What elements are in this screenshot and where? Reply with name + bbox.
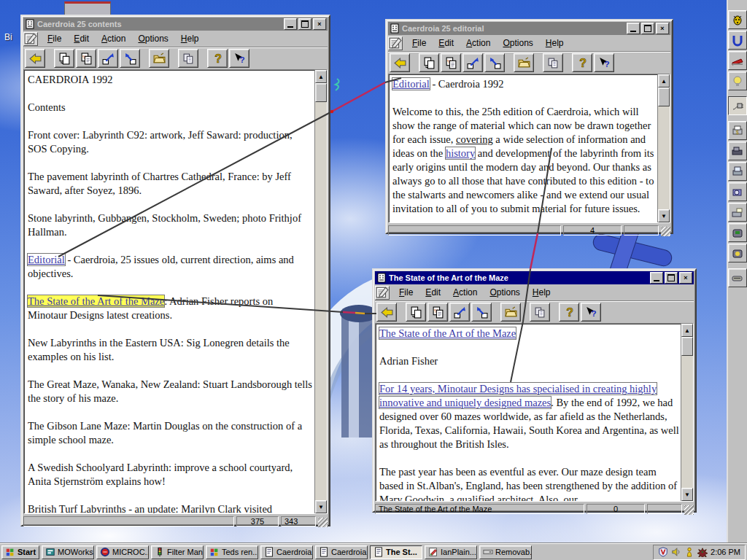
launcher-phone-face-button[interactable]: [728, 244, 747, 262]
open-folder-button[interactable]: [500, 303, 521, 322]
scroll-up-button[interactable]: ▲: [315, 70, 327, 83]
copy-button[interactable]: [178, 49, 198, 68]
document-icon[interactable]: [376, 273, 387, 283]
launcher-fax-button[interactable]: [728, 141, 747, 160]
menu-options[interactable]: Options: [498, 36, 538, 50]
help-button[interactable]: ?: [207, 49, 228, 68]
link-out-button[interactable]: [462, 53, 483, 72]
document-icon[interactable]: [25, 19, 35, 29]
scroll-thumb[interactable]: [658, 88, 670, 106]
volume-icon[interactable]: [671, 547, 681, 557]
menu-action[interactable]: Action: [96, 32, 131, 45]
replace-page-button[interactable]: %: [427, 303, 448, 322]
title-bar[interactable]: The State of the Art of the Maze×: [375, 271, 694, 284]
notepad-icon[interactable]: [23, 32, 38, 46]
copy-button[interactable]: [543, 53, 563, 72]
launcher-print-money-button[interactable]: $: [728, 121, 747, 140]
taskbar-button-the-st-[interactable]: The St...: [370, 545, 422, 559]
scroll-up-button[interactable]: ▲: [658, 74, 670, 88]
taskbar-button-ianplain-[interactable]: IanPlain...: [425, 545, 477, 559]
menu-file[interactable]: File: [407, 36, 432, 50]
maximize-button[interactable]: [665, 272, 678, 284]
agent-icon[interactable]: [684, 547, 694, 557]
scheduler-icon[interactable]: [697, 547, 708, 557]
menu-action[interactable]: Action: [461, 36, 496, 50]
notepad-icon[interactable]: [375, 286, 390, 300]
taskbar-button-caerdroia-[interactable]: Caerdroia...: [260, 545, 313, 559]
menu-edit[interactable]: Edit: [69, 32, 95, 45]
link-in-button[interactable]: [484, 53, 505, 72]
launcher-plug-button[interactable]: [728, 96, 747, 115]
scroll-down-button[interactable]: ▼: [681, 488, 693, 501]
taskbar-button-teds-ren-[interactable]: Teds ren...: [206, 545, 258, 559]
hyperlink[interactable]: history: [446, 147, 475, 159]
link-out-button[interactable]: [449, 303, 470, 322]
context-help-button[interactable]: ?: [229, 49, 249, 68]
desktop-icon-label[interactable]: Bi: [4, 32, 12, 42]
help-button[interactable]: ?: [572, 53, 592, 72]
close-button[interactable]: ×: [313, 18, 326, 30]
open-folder-button[interactable]: [514, 53, 534, 72]
launcher-printer-button[interactable]: [728, 162, 747, 181]
launcher-bug-button[interactable]: [728, 10, 747, 29]
launcher-stapler-button[interactable]: [728, 51, 747, 70]
menu-help[interactable]: Help: [541, 36, 570, 50]
launcher-coil-button[interactable]: [728, 31, 747, 50]
taskbar-button-microc-[interactable]: MICROC...: [96, 545, 149, 559]
menu-help[interactable]: Help: [527, 286, 557, 299]
copy-page-button[interactable]: [419, 53, 439, 72]
taskbar-button-moworks[interactable]: MOWorks: [42, 545, 94, 559]
link-out-button[interactable]: [98, 49, 118, 68]
menu-action[interactable]: Action: [448, 286, 483, 299]
scroll-thumb[interactable]: [681, 337, 693, 356]
close-button[interactable]: ×: [679, 272, 692, 284]
document-text[interactable]: Editorial - Caerdroia 1992Welcome to thi…: [389, 74, 657, 222]
taskbar-button-caerdroia-[interactable]: Caerdroia...: [315, 545, 368, 559]
context-help-button[interactable]: ?: [594, 53, 614, 72]
scroll-track[interactable]: [315, 83, 327, 500]
scroll-track[interactable]: [681, 337, 693, 488]
minimize-button[interactable]: [284, 18, 297, 30]
link-in-button[interactable]: [471, 303, 492, 322]
launcher-scanner-button[interactable]: [728, 268, 747, 287]
link-in-button[interactable]: [120, 49, 140, 68]
help-button[interactable]: ?: [559, 303, 579, 322]
launcher-camera-button[interactable]: [728, 182, 747, 201]
vshield-icon[interactable]: [658, 547, 668, 557]
context-help-button[interactable]: ?: [581, 303, 601, 322]
hyperlink[interactable]: The State of the Art of the Maze: [379, 327, 516, 339]
hyperlink[interactable]: Editorial: [28, 254, 65, 265]
scroll-thumb[interactable]: [315, 83, 327, 102]
scroll-up-button[interactable]: ▲: [681, 324, 693, 337]
menu-file[interactable]: File: [394, 286, 419, 299]
replace-page-button[interactable]: %: [76, 49, 96, 68]
close-button[interactable]: ×: [656, 23, 669, 34]
launcher-card-drive-button[interactable]: [728, 203, 747, 222]
copy-page-button[interactable]: [54, 49, 74, 68]
resize-grip[interactable]: [318, 518, 328, 527]
start-button[interactable]: Start: [1, 545, 39, 559]
scroll-track[interactable]: [658, 88, 670, 209]
exit-button[interactable]: [376, 303, 397, 322]
title-bar[interactable]: Caerdroia 25 contents×: [23, 18, 328, 31]
scroll-down-button[interactable]: ▼: [315, 500, 327, 513]
hyperlink[interactable]: Editorial: [392, 78, 430, 90]
taskbar-button-removab-[interactable]: Removab...: [479, 545, 532, 559]
notepad-icon[interactable]: [388, 36, 403, 50]
vertical-scrollbar[interactable]: ▲▼: [314, 70, 327, 513]
open-folder-button[interactable]: [149, 49, 169, 68]
taskbar-button-filter-man-[interactable]: Filter Man...: [151, 545, 204, 559]
menu-file[interactable]: File: [42, 32, 67, 45]
document-text[interactable]: The State of the Art of the MazeAdrian F…: [376, 324, 681, 501]
document-icon[interactable]: [390, 23, 400, 34]
launcher-lightbulb-button[interactable]: [728, 71, 747, 90]
menu-options[interactable]: Options: [133, 32, 174, 45]
replace-page-button[interactable]: %: [441, 53, 461, 72]
maximize-button[interactable]: [641, 23, 654, 34]
resize-grip[interactable]: [684, 505, 694, 515]
scroll-down-button[interactable]: ▼: [658, 209, 670, 222]
minimize-button[interactable]: [650, 272, 663, 284]
document-text[interactable]: CAERDROIA 1992ContentsFront cover: Labyr…: [24, 70, 314, 513]
launcher-phone-screen-button[interactable]: [728, 223, 747, 242]
vertical-scrollbar[interactable]: ▲▼: [681, 324, 693, 501]
